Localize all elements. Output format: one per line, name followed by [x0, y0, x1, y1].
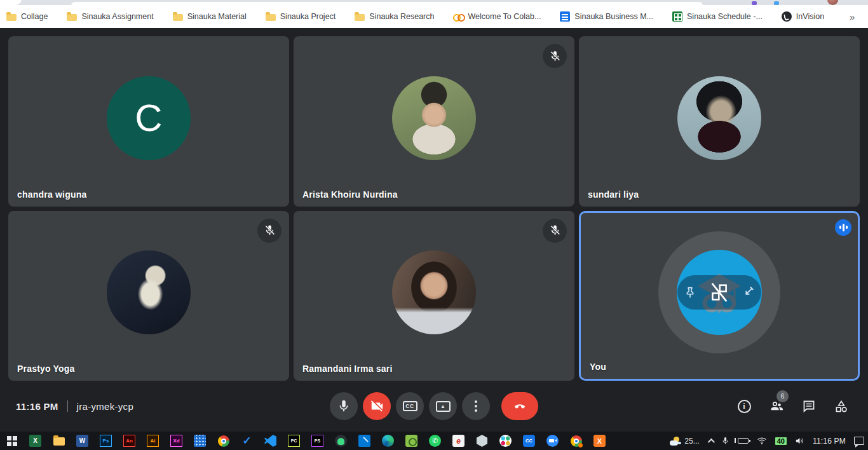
bookmark-label: Sinauka Business M... — [574, 12, 653, 21]
camera-off-button[interactable] — [363, 392, 391, 420]
edge-icon[interactable] — [381, 434, 395, 447]
omnibox-remnant[interactable] — [71, 2, 703, 5]
bookmark-label: Sinauka Research — [369, 12, 434, 21]
end-call-button[interactable] — [501, 392, 538, 420]
bookmark-item[interactable]: Sinauka Project — [266, 12, 336, 21]
todo-icon[interactable]: ✓ — [240, 434, 254, 447]
bookmark-label: Welcome To Colab... — [468, 12, 541, 21]
tray-overflow-chevron-icon[interactable] — [707, 438, 714, 445]
microphone-button[interactable] — [330, 392, 358, 420]
more-options-button[interactable] — [462, 392, 490, 420]
word-icon[interactable]: W — [76, 434, 89, 447]
zoom-icon[interactable] — [546, 434, 559, 447]
animate-icon[interactable]: An — [123, 434, 136, 447]
bookmark-item[interactable]: Sinauka Schedule -... — [672, 11, 763, 22]
captions-icon: CC — [403, 401, 417, 411]
participant-tile[interactable]: Prastyo Yoga — [8, 211, 289, 381]
bookmark-item[interactable]: Welcome To Colab... — [453, 11, 541, 22]
edge-glyph — [382, 435, 394, 447]
android-studio-icon[interactable] — [334, 434, 348, 447]
weather-widget[interactable]: 25... — [670, 437, 699, 446]
pycharm-icon[interactable]: PC — [287, 434, 301, 447]
extension-icon[interactable] — [752, 1, 757, 5]
profile-avatar[interactable] — [827, 0, 838, 5]
corel-icon[interactable]: e — [452, 434, 465, 447]
chrome-icon[interactable] — [217, 434, 230, 447]
bookmark-item[interactable]: InVision — [782, 11, 824, 22]
photoshop-icon[interactable]: Ps — [99, 434, 112, 447]
captions-button[interactable]: CC — [396, 392, 424, 420]
action-center-icon[interactable] — [854, 437, 864, 445]
start-icon[interactable] — [5, 434, 18, 447]
creative-cloud-icon[interactable]: CC — [522, 434, 536, 447]
pip-off-icon[interactable] — [709, 282, 730, 303]
mail-icon[interactable] — [358, 434, 371, 447]
bookmarks-overflow-chevron[interactable]: » — [843, 11, 861, 22]
hexagon-app-glyph — [476, 435, 488, 447]
participant-avatar — [392, 250, 476, 334]
screen-recorder-glyph — [405, 435, 417, 447]
meeting-details-button[interactable]: i — [736, 399, 752, 414]
bookmark-item[interactable]: Sinauka Assignment — [67, 12, 153, 21]
bookmark-label: Sinauka Project — [280, 12, 336, 21]
participant-tile[interactable]: Arista Khoiru Nurdina — [294, 36, 574, 207]
whatsapp-glyph: ✆ — [429, 435, 441, 447]
present-button[interactable]: ▲ — [429, 392, 457, 420]
minimize-icon[interactable] — [742, 285, 756, 299]
zoom-glyph — [546, 435, 559, 447]
participants-button[interactable]: 6 — [769, 399, 784, 414]
speaker-icon[interactable] — [795, 437, 804, 445]
extension-icon[interactable] — [774, 1, 779, 5]
bookmark-item[interactable]: Sinauka Business M... — [560, 11, 653, 22]
folder-icon — [6, 14, 17, 21]
creative-cloud-glyph: CC — [523, 435, 535, 447]
photoshop-glyph: Ps — [100, 435, 112, 447]
file-explorer-icon[interactable] — [52, 434, 65, 447]
start-glyph — [7, 436, 17, 446]
whatsapp-icon[interactable]: ✆ — [428, 434, 442, 447]
temperature-label: 25... — [684, 437, 699, 446]
participant-name: chandra wiguna — [17, 189, 86, 200]
battery-icon[interactable] — [738, 438, 749, 444]
activities-icon — [834, 399, 849, 414]
participant-tile[interactable]: C chandra wiguna — [8, 36, 289, 207]
adobe-xd-icon[interactable]: Xd — [170, 434, 183, 447]
wifi-icon[interactable] — [757, 437, 767, 445]
present-icon: ▲ — [436, 401, 451, 412]
chat-button[interactable] — [801, 399, 817, 414]
xampp-icon[interactable]: X — [593, 434, 606, 447]
screen-recorder-icon[interactable] — [405, 434, 418, 447]
activities-button[interactable] — [834, 399, 849, 414]
bookmarks-bar: CollageSinauka AssignmentSinauka Materia… — [0, 5, 868, 28]
microphone-icon — [337, 399, 351, 413]
more-options-icon — [475, 400, 477, 412]
participant-grid: C chandra wiguna Arista Khoiru Nurdina — [0, 28, 868, 381]
meet-right-controls: i 6 — [736, 399, 868, 414]
calendar-glyph — [194, 435, 206, 447]
pin-icon[interactable] — [683, 285, 697, 299]
bookmark-item[interactable]: Sinauka Material — [173, 12, 247, 21]
camera-off-icon — [370, 399, 384, 413]
battery-percent-badge[interactable]: 40 — [775, 437, 787, 445]
vscode-icon[interactable] — [264, 434, 277, 447]
bookmark-item[interactable]: Sinauka Research — [355, 12, 434, 21]
chrome-badged-icon[interactable] — [569, 434, 583, 447]
end-call-icon — [512, 399, 527, 414]
clock-label: 11:16 PM — [16, 401, 58, 412]
excel-icon[interactable]: X — [29, 434, 42, 447]
mail-glyph — [358, 435, 370, 447]
bookmark-label: InVision — [796, 12, 824, 21]
bookmark-item[interactable]: Collage — [6, 12, 48, 21]
participant-name: Ramandani Irma sari — [302, 364, 393, 374]
chrome-badged-glyph — [571, 435, 582, 447]
hexagon-app-icon[interactable] — [475, 434, 489, 447]
taskbar-clock[interactable]: 11:16 PM — [813, 437, 846, 446]
phpstorm-icon[interactable]: PS — [311, 434, 324, 447]
participant-tile[interactable]: sundari liya — [579, 36, 860, 207]
calendar-icon[interactable] — [193, 434, 207, 447]
participant-tile[interactable]: You — [579, 211, 860, 381]
participant-tile[interactable]: Ramandani Irma sari — [294, 211, 574, 381]
illustrator-icon[interactable]: Ai — [146, 434, 159, 447]
tray-microphone-icon[interactable] — [721, 436, 729, 446]
slack-icon[interactable] — [499, 434, 512, 447]
